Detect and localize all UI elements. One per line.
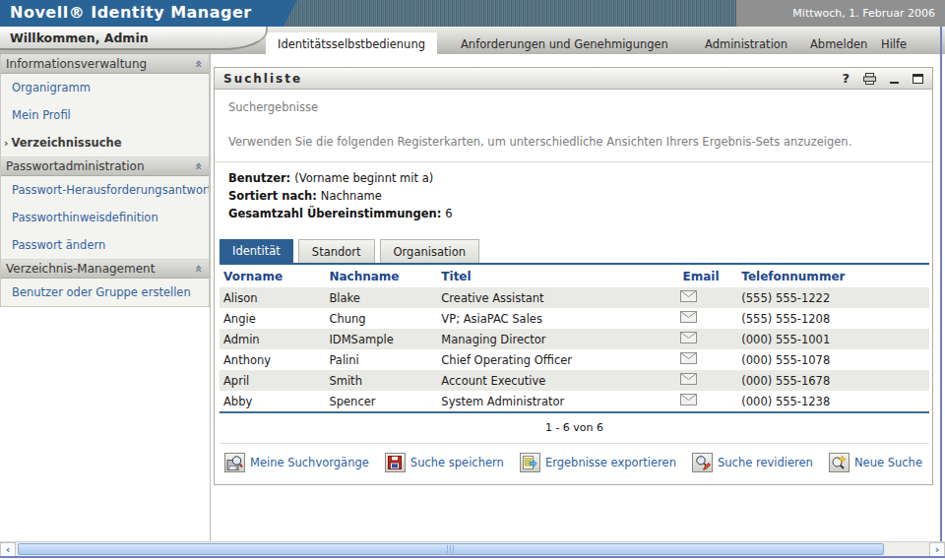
date-area: Mittwoch, 1. Februar 2006 — [736, 0, 945, 27]
action-label: Meine Suchvorgänge — [250, 456, 369, 469]
ergebnisse-exportieren-button[interactable]: Ergebnisse exportieren — [520, 453, 676, 472]
sidebar-section-verzeichnis-management[interactable]: Verzeichnis-Management « — [1, 259, 209, 279]
suchliste-panel: Suchliste ? — [214, 67, 933, 485]
revise-search-icon — [692, 453, 713, 472]
scroll-right-icon[interactable]: › — [929, 542, 945, 557]
cell-vorname: Anthony — [220, 349, 325, 370]
sidebar-item-benutzer-oder-gruppe-erstellen[interactable]: Benutzer oder Gruppe erstellen — [1, 279, 209, 306]
sidebar-section-title: Informationsverwaltung — [6, 57, 147, 71]
minimize-icon[interactable] — [890, 74, 899, 84]
table-row: AbbySpencerSystem Administrator(000) 555… — [220, 391, 929, 412]
sidebar-item-passworthinweisdefinition[interactable]: Passworthinweisdefinition — [1, 204, 209, 231]
cell-vorname: Angie — [220, 308, 325, 329]
top-banner: Novell® Identity Manager Mittwoch, 1. Fe… — [0, 0, 945, 27]
scroll-left-icon[interactable]: ‹ — [0, 542, 16, 557]
cell-email — [678, 308, 737, 329]
results-subtitle: Suchergebnisse — [228, 100, 918, 114]
table-header-row: Vorname Nachname Titel Email Telefonnumm… — [220, 265, 929, 287]
mail-icon[interactable] — [680, 311, 697, 323]
scrollbar-thumb[interactable] — [18, 543, 884, 555]
scrollbar-grip-icon — [447, 545, 455, 553]
mail-icon[interactable] — [680, 290, 697, 302]
tab-identitaetsselbstbedienung[interactable]: Identitätsselbstbedienung — [266, 32, 437, 54]
banner-texture — [284, 0, 736, 27]
cell-telefonnummer: (000) 555-1078 — [737, 349, 929, 370]
criteria-value: 6 — [445, 207, 452, 220]
collapse-chevron-icon[interactable]: « — [194, 265, 204, 273]
sidebar: Informationsverwaltung « Organigramm Mei… — [0, 54, 211, 541]
collapse-chevron-icon[interactable]: « — [194, 60, 204, 68]
results-intro: Suchergebnisse Verwenden Sie die folgend… — [215, 90, 932, 162]
neue-suche-button[interactable]: Neue Suche — [829, 453, 922, 472]
criteria-label: Sortiert nach: — [228, 189, 317, 203]
action-label: Ergebnisse exportieren — [545, 456, 676, 469]
app-title: Novell® Identity Manager — [10, 3, 252, 22]
cell-telefonnummer: (000) 555-1678 — [737, 370, 929, 391]
export-results-icon — [520, 453, 540, 472]
panel-title: Suchliste — [223, 72, 842, 86]
cell-nachname: Blake — [325, 287, 437, 308]
column-header-email[interactable]: Email — [678, 265, 737, 287]
main-area: Suchliste ? — [211, 54, 945, 541]
mail-icon[interactable] — [680, 332, 697, 343]
cell-nachname: IDMSample — [325, 329, 437, 349]
sidebar-item-verzeichnissuche[interactable]: ›Verzeichnissuche — [1, 129, 209, 156]
scrollbar-track[interactable] — [884, 542, 929, 556]
action-label: Neue Suche — [854, 456, 922, 469]
mail-icon[interactable] — [680, 373, 697, 385]
table-row: AlisonBlakeCreative Assistant(555) 555-1… — [220, 287, 929, 308]
suche-revidieren-button[interactable]: Suche revidieren — [692, 453, 813, 472]
welcome-message: Willkommen, Admin — [0, 27, 268, 50]
criteria-sortiert-nach: Sortiert nach:Nachname — [228, 189, 918, 203]
action-label: Suche revidieren — [718, 456, 813, 469]
nav-band: Willkommen, Admin Identitätsselbstbedien… — [0, 27, 945, 54]
tab-hilfe[interactable]: Hilfe — [881, 37, 907, 51]
suche-speichern-button[interactable]: Suche speichern — [385, 453, 504, 472]
maximize-icon[interactable] — [913, 74, 923, 84]
sidebar-section-informationsverwaltung[interactable]: Informationsverwaltung « — [1, 54, 209, 74]
criteria-value: Nachname — [321, 189, 382, 203]
cell-telefonnummer: (000) 555-1001 — [737, 329, 929, 349]
sidebar-item-label: Verzeichnissuche — [12, 136, 122, 150]
sidebar-item-organigramm[interactable]: Organigramm — [1, 74, 209, 101]
result-tab-organisation[interactable]: Organisation — [380, 239, 479, 263]
search-criteria: Benutzer:(Vorname beginnt mit a) Sortier… — [215, 162, 932, 230]
tab-anforderungen-und-genehmigungen[interactable]: Anforderungen und Genehmigungen — [461, 37, 668, 51]
column-header-titel[interactable]: Titel — [437, 265, 678, 287]
collapse-chevron-icon[interactable]: « — [194, 162, 204, 170]
sidebar-item-passwort-herausforderungsantwort[interactable]: Passwort-Herausforderungsantwort — [1, 176, 209, 204]
meine-suchvorgaenge-button[interactable]: Meine Suchvorgänge — [224, 453, 369, 472]
table-row: AngieChungVP; AsiaPAC Sales(555) 555-120… — [220, 308, 929, 329]
help-icon[interactable]: ? — [842, 71, 850, 86]
cell-nachname: Smith — [325, 370, 437, 391]
action-bar: Meine Suchvorgänge Suche speichern — [215, 444, 932, 484]
save-search-icon — [385, 453, 406, 472]
cell-titel: VP; AsiaPAC Sales — [437, 308, 678, 329]
active-item-bullet-icon: › — [4, 137, 9, 150]
table-body: AlisonBlakeCreative Assistant(555) 555-1… — [220, 287, 929, 412]
pagination-status: 1 - 6 von 6 — [220, 413, 929, 444]
column-header-vorname[interactable]: Vorname — [220, 265, 325, 287]
horizontal-scrollbar[interactable]: ‹ › — [0, 541, 945, 556]
print-icon[interactable] — [863, 73, 876, 85]
result-tab-standort[interactable]: Standort — [298, 239, 375, 263]
cell-titel: Managing Director — [437, 329, 678, 349]
results-description: Verwenden Sie die folgenden Registerkart… — [228, 135, 918, 149]
sidebar-item-passwort-aendern[interactable]: Passwort ändern — [1, 231, 209, 259]
sidebar-item-mein-profil[interactable]: Mein Profil — [1, 101, 209, 129]
result-tab-identitaet[interactable]: Identität — [220, 239, 293, 263]
mail-icon[interactable] — [680, 352, 697, 364]
cell-email — [678, 329, 737, 349]
panel-header: Suchliste ? — [215, 68, 932, 90]
new-search-icon — [829, 453, 850, 472]
sidebar-section-passwortadministration[interactable]: Passwortadministration « — [1, 156, 209, 176]
mail-icon[interactable] — [680, 394, 697, 405]
sidebar-section-title: Verzeichnis-Management — [6, 262, 155, 276]
tab-administration[interactable]: Administration — [705, 37, 788, 51]
criteria-label: Gesamtzahl Übereinstimmungen: — [228, 207, 441, 220]
cell-titel: Chief Operating Officer — [437, 349, 678, 370]
column-header-telefonnummer[interactable]: Telefonnummer — [737, 265, 929, 287]
tab-abmelden[interactable]: Abmelden — [810, 37, 867, 51]
window-border-bottom — [0, 556, 945, 558]
column-header-nachname[interactable]: Nachname — [325, 265, 437, 287]
